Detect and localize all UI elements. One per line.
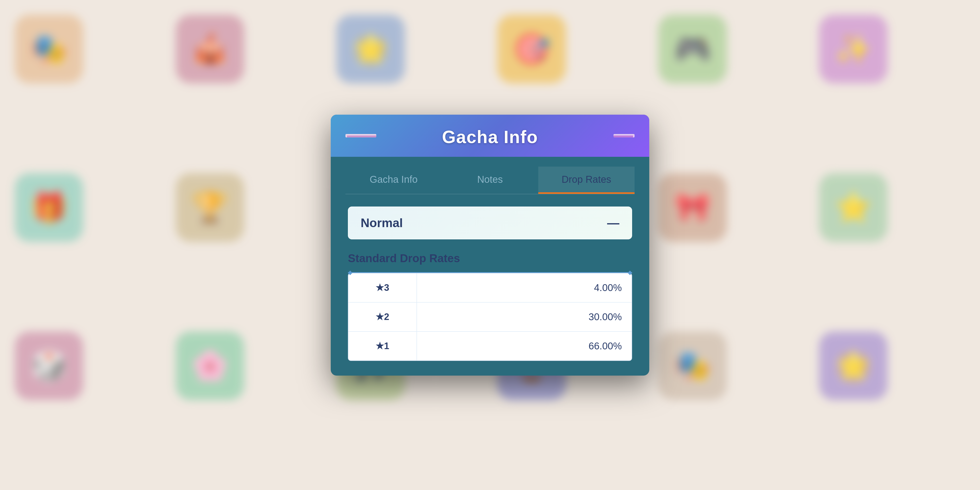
- background-icon: 🎭: [15, 15, 83, 83]
- rate2-cell: 30.00%: [417, 302, 632, 331]
- modal-overlay: Gacha Info Gacha Info Notes Drop Rates: [331, 115, 649, 375]
- gacha-info-modal: Gacha Info Gacha Info Notes Drop Rates: [331, 115, 649, 375]
- background-icon: 🌟: [336, 15, 405, 83]
- background-icon: 🎁: [15, 173, 83, 242]
- background-icon: 🎮: [658, 15, 727, 83]
- background-icon: 🌟: [819, 331, 888, 400]
- standard-drop-rates: Standard Drop Rates ★3 4.00%: [348, 251, 632, 361]
- standard-drop-rates-title: Standard Drop Rates: [348, 251, 632, 265]
- background-icon: 🏆: [176, 173, 244, 242]
- background-icon: 🎯: [497, 15, 566, 83]
- separator-line: [348, 272, 632, 273]
- rate1-cell: 66.00%: [417, 332, 632, 360]
- modal-header: Gacha Info: [331, 115, 649, 157]
- rate3-cell: 4.00%: [417, 274, 632, 302]
- modal-title: Gacha Info: [345, 127, 635, 147]
- background-icon: 🌸: [176, 331, 244, 400]
- table-row: ★3 4.00%: [348, 274, 632, 302]
- background-icon: 🎪: [176, 15, 244, 83]
- drop-rates-table: ★3 4.00% ★2 30.00%: [348, 273, 632, 361]
- background-icon: 🎀: [658, 173, 727, 242]
- table-row: ★2 30.00%: [348, 302, 632, 332]
- tab-gacha-info[interactable]: Gacha Info: [345, 167, 442, 194]
- background-icon: ⭐: [819, 173, 888, 242]
- content-area: Normal — Standard Drop Rates ★3 4.00%: [345, 207, 635, 361]
- normal-section[interactable]: Normal —: [348, 207, 632, 239]
- background-icon: ✨: [819, 15, 888, 83]
- collapse-icon: —: [607, 217, 619, 229]
- background-icon: 🎭: [658, 331, 727, 400]
- star1-cell: ★1: [348, 332, 417, 360]
- normal-label: Normal: [361, 216, 403, 230]
- modal-body: Gacha Info Notes Drop Rates Normal —: [331, 157, 649, 361]
- star2-cell: ★2: [348, 302, 417, 331]
- tab-drop-rates[interactable]: Drop Rates: [538, 167, 635, 194]
- tabs-container: Gacha Info Notes Drop Rates: [345, 167, 635, 194]
- table-row: ★1 66.00%: [348, 332, 632, 360]
- star3-cell: ★3: [348, 274, 417, 302]
- tab-notes[interactable]: Notes: [442, 167, 538, 194]
- background-icon: 🎲: [15, 331, 83, 400]
